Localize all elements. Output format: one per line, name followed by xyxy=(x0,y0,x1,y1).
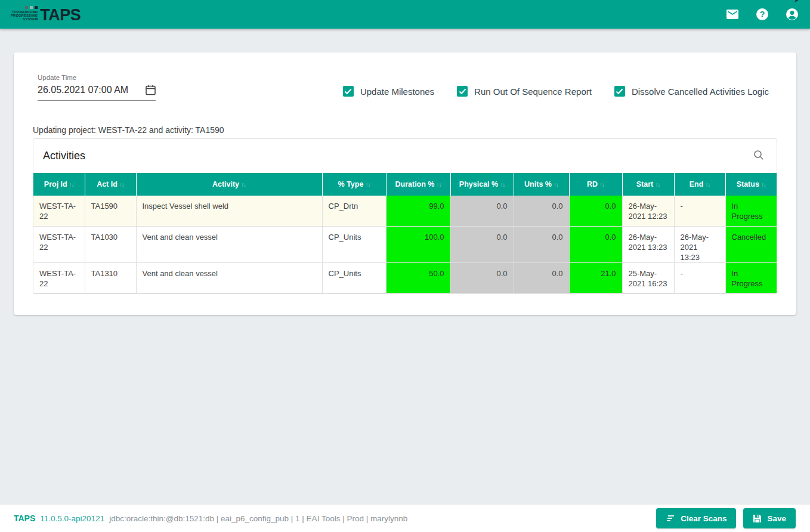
checkbox-label: Run Out Of Sequence Report xyxy=(474,86,592,97)
logo-brand: TAPS xyxy=(40,7,81,23)
col-start[interactable]: Start↑↓ xyxy=(622,173,674,196)
cell-activity: Inspect Vessel shell weld xyxy=(136,196,322,226)
cell-proj-id: WEST-TA-22 xyxy=(33,262,85,293)
cell-start: 26-May-2021 13:23 xyxy=(622,226,674,262)
activities-panel: Activities Proj Id↑↓ Act Id↑↓ Activity↑↓… xyxy=(33,138,777,294)
sort-icon: ↑↓ xyxy=(599,181,604,188)
logo-word-3: SYSTEM xyxy=(11,17,38,21)
cell-duration-pct: 50.0 xyxy=(386,262,450,293)
footer-brand: TAPS xyxy=(14,514,35,523)
table-row[interactable]: WEST-TA-22 TA1310 Vent and clean vessel … xyxy=(33,262,777,293)
floppy-disk-icon xyxy=(753,514,762,523)
table-header-row: Proj Id↑↓ Act Id↑↓ Activity↑↓ % Type↑↓ D… xyxy=(33,173,777,196)
sort-icon: ↑↓ xyxy=(69,181,74,188)
footer-bar: TAPS 11.0.5.0-api20121 jdbc:oracle:thin:… xyxy=(0,504,810,532)
sort-icon: ↑↓ xyxy=(705,181,710,188)
cell-pct-type: CP_Drtn xyxy=(322,196,386,226)
updating-project-status: Updating project: WEST-TA-22 and activit… xyxy=(33,125,224,135)
taps-logo: TURNAROUND PROGRESSING SYSTEM TAPS xyxy=(11,6,81,23)
cell-rd: 0.0 xyxy=(569,226,622,262)
cell-duration-pct: 100.0 xyxy=(386,226,450,262)
col-pct-type[interactable]: % Type↑↓ xyxy=(322,173,386,196)
clear-scans-label: Clear Scans xyxy=(681,514,726,523)
clear-scans-button[interactable]: Clear Scans xyxy=(656,508,736,528)
update-time-label: Update Time xyxy=(38,74,156,81)
cell-activity: Vent and clean vessel xyxy=(136,226,322,262)
cell-rd: 0.0 xyxy=(569,196,622,226)
col-status[interactable]: Status↑↓ xyxy=(725,173,777,196)
cell-act-id: TA1030 xyxy=(85,226,136,262)
col-proj-id[interactable]: Proj Id↑↓ xyxy=(33,173,85,196)
checkbox-update-milestones[interactable]: Update Milestones xyxy=(343,86,434,97)
update-time-field: Update Time xyxy=(38,74,156,101)
cell-duration-pct: 99.0 xyxy=(386,196,450,226)
checkbox-run-out-of-sequence[interactable]: Run Out Of Sequence Report xyxy=(457,86,592,97)
cell-units-pct: 0.0 xyxy=(514,196,569,226)
cell-start: 25-May-2021 16:23 xyxy=(622,262,674,293)
logo-squares xyxy=(11,6,38,9)
sort-icon: ↑↓ xyxy=(365,181,370,188)
cell-physical-pct: 0.0 xyxy=(450,226,514,262)
sort-icon: ↑↓ xyxy=(554,181,558,188)
footer-version: 11.0.5.0-api20121 xyxy=(40,514,104,523)
save-label: Save xyxy=(767,514,786,523)
col-rd[interactable]: RD↑↓ xyxy=(569,173,622,196)
cell-physical-pct: 0.0 xyxy=(450,262,514,293)
cell-status: Cancelled xyxy=(725,226,777,262)
logo-words: TURNAROUND PROGRESSING SYSTEM xyxy=(11,6,38,23)
checkbox-checked-icon xyxy=(614,86,625,97)
activities-table: Proj Id↑↓ Act Id↑↓ Activity↑↓ % Type↑↓ D… xyxy=(33,173,777,293)
activities-title: Activities xyxy=(43,150,85,162)
checkbox-label: Dissolve Cancelled Activities Logic xyxy=(632,86,769,97)
cell-pct-type: CP_Units xyxy=(322,262,386,293)
cell-units-pct: 0.0 xyxy=(514,262,569,293)
cell-act-id: TA1310 xyxy=(85,262,136,293)
search-icon[interactable] xyxy=(750,149,767,163)
update-time-input[interactable] xyxy=(38,85,136,95)
cell-start: 26-May-2021 12:23 xyxy=(622,196,674,226)
table-row[interactable]: WEST-TA-22 TA1590 Inspect Vessel shell w… xyxy=(33,196,777,226)
col-units-pct[interactable]: Units %↑↓ xyxy=(514,173,569,196)
clear-lines-icon xyxy=(666,515,675,522)
cell-status: In Progress xyxy=(725,196,777,226)
options-row: Update Milestones Run Out Of Sequence Re… xyxy=(343,86,769,97)
checkbox-dissolve-cancelled[interactable]: Dissolve Cancelled Activities Logic xyxy=(614,86,769,97)
col-physical-pct[interactable]: Physical %↑↓ xyxy=(450,173,514,196)
main-card: Update Time Update Milestones Run Out Of… xyxy=(14,52,796,315)
cell-proj-id: WEST-TA-22 xyxy=(33,196,85,226)
mail-icon[interactable] xyxy=(725,7,740,21)
cell-rd: 21.0 xyxy=(569,262,622,293)
cell-act-id: TA1590 xyxy=(85,196,136,226)
checkbox-checked-icon xyxy=(457,86,468,97)
cell-activity: Vent and clean vessel xyxy=(136,262,322,293)
sort-icon: ↑↓ xyxy=(119,181,124,188)
sort-icon: ↑↓ xyxy=(500,181,505,188)
cell-physical-pct: 0.0 xyxy=(450,196,514,226)
col-act-id[interactable]: Act Id↑↓ xyxy=(85,173,136,196)
checkbox-label: Update Milestones xyxy=(360,86,434,97)
col-activity[interactable]: Activity↑↓ xyxy=(136,173,322,196)
cell-status: In Progress xyxy=(725,262,777,293)
cell-end: - xyxy=(674,262,725,293)
sort-icon: ↑↓ xyxy=(655,181,660,188)
svg-text:?: ? xyxy=(760,10,765,19)
cell-pct-type: CP_Units xyxy=(322,226,386,262)
col-duration-pct[interactable]: Duration %↑↓ xyxy=(386,173,450,196)
footer-environment-info: jdbc:oracle:thin:@db:1521:db | eai_p6_co… xyxy=(109,514,407,523)
calendar-icon[interactable] xyxy=(146,85,156,95)
sort-icon: ↑↓ xyxy=(761,181,766,188)
account-icon[interactable] xyxy=(785,7,799,21)
cell-end: 26-May-2021 13:23 xyxy=(674,226,725,262)
sort-icon: ↑↓ xyxy=(436,181,441,188)
cell-proj-id: WEST-TA-22 xyxy=(33,226,85,262)
save-button[interactable]: Save xyxy=(743,508,796,528)
table-row[interactable]: WEST-TA-22 TA1030 Vent and clean vessel … xyxy=(33,226,777,262)
app-bar: TURNAROUND PROGRESSING SYSTEM TAPS ? xyxy=(0,0,810,29)
cell-end: - xyxy=(674,196,725,226)
help-icon[interactable]: ? xyxy=(755,7,769,21)
logo-swoosh xyxy=(794,0,810,2)
sort-icon: ↑↓ xyxy=(241,181,246,188)
checkbox-checked-icon xyxy=(343,86,354,97)
cell-units-pct: 0.0 xyxy=(514,226,569,262)
col-end[interactable]: End↑↓ xyxy=(674,173,725,196)
